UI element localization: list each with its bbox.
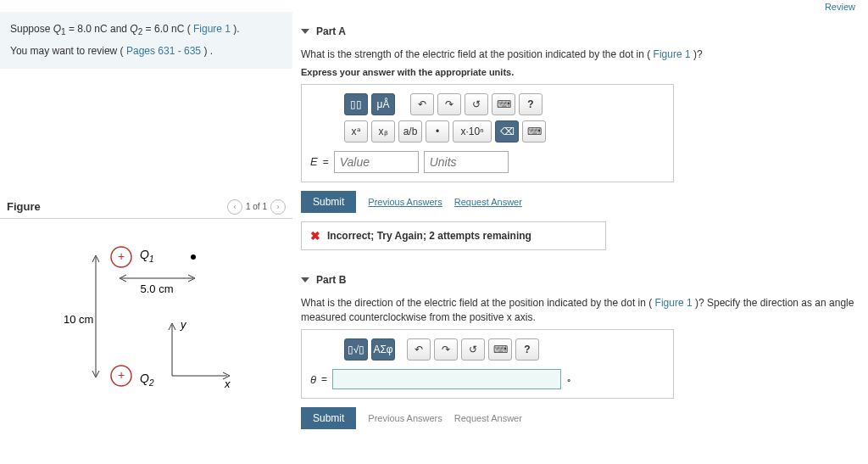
previous-answers-link[interactable]: Previous Answers xyxy=(368,413,442,423)
figure-next-button[interactable]: › xyxy=(270,199,286,215)
part-b-question-prefix: What is the direction of the electric fi… xyxy=(301,297,652,309)
part-a-answer-panel: ▯▯ μÅ ↶ ↷ ↺ ⌨ ? xᵃ xᵦ a/b • x·10ⁿ ⌫ ⌨ xyxy=(301,84,674,182)
plus-icon: + xyxy=(117,249,124,263)
reset-button[interactable]: ↺ xyxy=(461,338,485,361)
part-b-title: Part B xyxy=(316,274,346,286)
svg-text:2: 2 xyxy=(148,378,154,388)
theta-input[interactable] xyxy=(332,369,561,389)
greek-button[interactable]: ΑΣφ xyxy=(371,338,395,361)
problem-intro: Suppose Q1 = 8.0 nC and Q2 = 6.0 nC ( Fi… xyxy=(0,12,292,69)
left-column: Suppose Q1 = 8.0 nC and Q2 = 6.0 nC ( Fi… xyxy=(0,12,292,429)
part-a-instruction: Express your answer with the appropriate… xyxy=(301,67,860,77)
part-a-question-prefix: What is the strength of the electric fie… xyxy=(301,48,650,60)
caret-down-icon xyxy=(301,29,309,34)
part-b-answer-panel: ▯√▯ ΑΣφ ↶ ↷ ↺ ⌨ ? θ = ∘ xyxy=(301,329,674,399)
undo-button[interactable]: ↶ xyxy=(410,93,434,115)
feedback-box: ✖ Incorrect; Try Again; 2 attempts remai… xyxy=(301,221,606,250)
subscript-button[interactable]: xᵦ xyxy=(371,120,395,143)
submit-button[interactable]: Submit xyxy=(301,407,356,429)
svg-text:y: y xyxy=(180,318,187,331)
part-b-header[interactable]: Part B xyxy=(301,269,860,291)
figure-header: Figure ‹ 1 of 1 › xyxy=(0,196,292,219)
svg-text:Q: Q xyxy=(140,372,149,385)
variable-e: E xyxy=(310,155,318,168)
q1-sub: 1 xyxy=(61,27,66,36)
figure-prev-button[interactable]: ‹ xyxy=(227,199,242,215)
intro-text: Suppose xyxy=(10,23,53,35)
svg-text:10 cm: 10 cm xyxy=(64,313,93,326)
keyboard-button[interactable]: ⌨ xyxy=(488,338,512,361)
units-button[interactable]: μÅ xyxy=(371,93,395,115)
top-bar: Review xyxy=(0,0,868,12)
previous-answers-link[interactable]: Previous Answers xyxy=(368,197,442,207)
submit-button[interactable]: Submit xyxy=(301,191,356,213)
request-answer-link[interactable]: Request Answer xyxy=(454,197,522,207)
svg-text:Q: Q xyxy=(140,248,149,261)
q1-value: = 8.0 nC and xyxy=(69,23,130,35)
feedback-text: Incorrect; Try Again; 2 attempts remaini… xyxy=(327,230,531,242)
q1-symbol: Q xyxy=(53,23,61,35)
pages-link[interactable]: Pages 631 - 635 xyxy=(126,45,201,57)
help-button[interactable]: ? xyxy=(519,93,542,115)
redo-button[interactable]: ↷ xyxy=(437,93,461,115)
figure-link[interactable]: Figure 1 xyxy=(655,297,693,309)
scientific-button[interactable]: x·10ⁿ xyxy=(453,120,492,143)
dot-button[interactable]: • xyxy=(426,120,449,143)
request-answer-link[interactable]: Request Answer xyxy=(454,413,522,423)
figure-title: Figure xyxy=(7,200,41,213)
review-link[interactable]: Review xyxy=(825,2,855,12)
value-input[interactable] xyxy=(334,151,419,173)
right-column: Part A What is the strength of the elect… xyxy=(292,12,868,429)
svg-text:x: x xyxy=(224,377,231,390)
equals: = xyxy=(321,373,327,385)
intro-suffix: ). xyxy=(233,23,239,35)
undo-button[interactable]: ↶ xyxy=(407,338,431,361)
degree-symbol: ∘ xyxy=(566,375,571,384)
part-b: Part B What is the direction of the elec… xyxy=(301,269,860,430)
fraction-button[interactable]: a/b xyxy=(398,120,422,143)
part-a-question-suffix: )? xyxy=(693,48,703,60)
q2-value: = 6.0 nC ( xyxy=(146,23,191,35)
units-input[interactable] xyxy=(424,151,509,173)
part-a-header[interactable]: Part A xyxy=(301,20,860,42)
reset-button[interactable]: ↺ xyxy=(465,93,488,115)
keyboard-button-2[interactable]: ⌨ xyxy=(522,120,546,143)
templates-button[interactable]: ▯√▯ xyxy=(344,338,368,361)
svg-text:5.0 cm: 5.0 cm xyxy=(140,282,173,295)
part-a: Part A What is the strength of the elect… xyxy=(301,20,860,250)
figure-image: + Q1 5.0 cm 10 cm + Q2 y x xyxy=(0,232,292,404)
superscript-button[interactable]: xᵃ xyxy=(344,120,368,143)
templates-button[interactable]: ▯▯ xyxy=(344,93,368,115)
q2-symbol: Q xyxy=(130,23,137,35)
figure-link[interactable]: Figure 1 xyxy=(193,23,231,35)
svg-text:+: + xyxy=(117,368,124,382)
incorrect-icon: ✖ xyxy=(310,229,320,243)
variable-theta: θ xyxy=(310,373,316,386)
review-suffix: ) . xyxy=(203,45,213,57)
keyboard-button[interactable]: ⌨ xyxy=(492,93,515,115)
svg-text:1: 1 xyxy=(149,254,154,264)
figure-pager: 1 of 1 xyxy=(246,202,267,211)
redo-button[interactable]: ↷ xyxy=(434,338,458,361)
caret-down-icon xyxy=(301,277,309,282)
equals: = xyxy=(323,156,329,168)
svg-point-4 xyxy=(191,254,196,260)
backspace-button[interactable]: ⌫ xyxy=(495,120,519,143)
help-button[interactable]: ? xyxy=(515,338,539,361)
part-a-title: Part A xyxy=(316,25,346,37)
review-prefix: You may want to review ( xyxy=(10,45,124,57)
q2-sub: 2 xyxy=(138,27,143,36)
figure-link[interactable]: Figure 1 xyxy=(654,48,691,60)
